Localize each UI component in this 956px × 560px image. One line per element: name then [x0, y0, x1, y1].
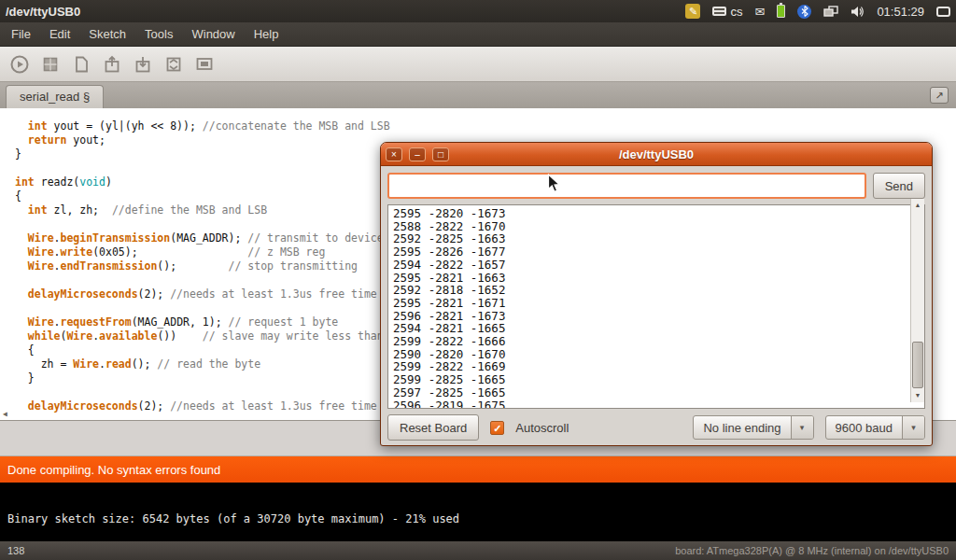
- menubar: FileEditSketchToolsWindowHelp: [0, 22, 956, 47]
- serial-output: 2595 -2820 -16732588 -2822 -16702592 -28…: [387, 204, 925, 409]
- serial-monitor-titlebar[interactable]: /dev/ttyUSB0 × – □: [381, 143, 932, 166]
- save-sketch-icon: [133, 54, 153, 75]
- serial-line: 2595 -2826 -1677: [393, 245, 906, 259]
- network-icon: [823, 6, 838, 18]
- minimize-icon: –: [415, 149, 420, 160]
- upload-button[interactable]: [162, 52, 186, 77]
- reset-board-button[interactable]: Reset Board: [387, 414, 479, 441]
- tab-menu-button[interactable]: ↗: [930, 87, 949, 104]
- scroll-down-icon[interactable]: ▼: [911, 389, 924, 402]
- serial-monitor-body: Send 2595 -2820 -16732588 -2822 -1670259…: [381, 166, 932, 447]
- network-indicator[interactable]: [823, 6, 838, 18]
- stop-icon: [40, 54, 61, 75]
- open-sketch-icon: [102, 54, 122, 75]
- tab-menu-icon: ↗: [935, 90, 943, 102]
- menu-item-help[interactable]: Help: [245, 23, 288, 45]
- serial-monitor-icon: [194, 54, 215, 75]
- line-ending-select[interactable]: No line ending ▾: [693, 415, 813, 440]
- window-maximize-button[interactable]: □: [432, 147, 449, 161]
- system-tray: ✎ cs ✉ 01:5: [685, 4, 950, 19]
- battery-indicator[interactable]: [777, 5, 785, 18]
- status-bar: 138 board: ATmega328P(A) @ 8 MHz (intern…: [0, 541, 956, 560]
- session-menu-icon: [936, 7, 950, 17]
- serial-send-input[interactable]: [387, 173, 866, 199]
- verify-icon: [9, 54, 30, 75]
- serial-line: 2595 -2820 -1673: [393, 207, 906, 220]
- volume-icon: [851, 6, 865, 18]
- send-button[interactable]: Send: [873, 173, 925, 199]
- serial-line: 2590 -2820 -1670: [393, 348, 906, 361]
- scrollbar-thumb[interactable]: [912, 342, 923, 388]
- open-sketch-button[interactable]: [100, 52, 124, 77]
- serial-line: 2599 -2822 -1666: [393, 335, 906, 348]
- check-icon: ✓: [493, 423, 501, 434]
- serial-line: 2588 -2822 -1670: [393, 220, 906, 233]
- save-sketch-button[interactable]: [131, 52, 155, 77]
- serial-monitor-window: /dev/ttyUSB0 × – □ Send 2595 -2820 -1673…: [380, 142, 933, 446]
- serial-line: 2595 -2821 -1663: [393, 272, 906, 285]
- autoscroll-label: Autoscroll: [515, 421, 569, 435]
- battery-icon: [777, 5, 785, 18]
- serial-line: 2594 -2821 -1665: [393, 322, 906, 335]
- serial-line: 2595 -2821 -1671: [393, 297, 906, 310]
- envelope-icon: ✉: [754, 5, 765, 19]
- serial-line: 2592 -2818 -1652: [393, 284, 906, 297]
- toolbar: [0, 47, 956, 82]
- menu-item-sketch[interactable]: Sketch: [79, 23, 135, 45]
- serial-line: 2594 -2822 -1657: [393, 259, 906, 272]
- menu-item-edit[interactable]: Edit: [40, 23, 79, 45]
- serial-monitor-title: /dev/ttyUSB0: [381, 147, 932, 161]
- messages-indicator[interactable]: ✉: [754, 5, 765, 19]
- upload-icon: [163, 54, 184, 75]
- window-minimize-button[interactable]: –: [409, 147, 426, 161]
- tab-bar: serial_read § ↗: [0, 82, 956, 108]
- session-menu[interactable]: [936, 7, 950, 17]
- pencil-icon: ✎: [685, 4, 700, 19]
- serial-line: 2596 -2819 -1675: [393, 399, 906, 409]
- code-line: int yout = (yl|(yh << 8)); //concatenate…: [15, 119, 956, 133]
- line-ending-value: No line ending: [694, 416, 790, 439]
- compile-status-bar: Done compiling. No syntax errors found: [0, 456, 956, 483]
- volume-indicator[interactable]: [851, 6, 865, 18]
- maximize-icon: □: [438, 149, 443, 160]
- line-number-indicator: 138: [7, 545, 24, 556]
- baud-rate-select[interactable]: 9600 baud ▾: [825, 415, 925, 440]
- keyboard-layout-label: cs: [730, 5, 742, 19]
- new-sketch-icon: [71, 54, 91, 75]
- chevron-down-icon[interactable]: ▾: [902, 416, 924, 439]
- keyboard-icon: [712, 7, 726, 16]
- clock-indicator[interactable]: 01:51:29: [877, 5, 924, 19]
- menu-item-tools[interactable]: Tools: [135, 23, 182, 45]
- new-sketch-button[interactable]: [69, 52, 93, 77]
- keyboard-layout-indicator[interactable]: cs: [712, 5, 742, 19]
- build-console: Binary sketch size: 6542 bytes (of a 307…: [0, 483, 956, 541]
- serial-monitor-button[interactable]: [192, 52, 217, 77]
- board-info: board: ATmega328P(A) @ 8 MHz (internal) …: [675, 545, 949, 556]
- serial-line: 2596 -2821 -1673: [393, 310, 906, 323]
- window-close-button[interactable]: ×: [386, 147, 402, 161]
- tab-serial-read[interactable]: serial_read §: [6, 85, 104, 108]
- serial-line: 2592 -2825 -1663: [393, 232, 906, 245]
- active-window-title: /dev/ttyUSB0: [6, 5, 80, 19]
- serial-line: 2597 -2825 -1665: [393, 386, 906, 399]
- compile-status-message: Done compiling. No syntax errors found: [7, 463, 220, 477]
- serial-output-scrollbar[interactable]: ▲ ▼: [910, 199, 924, 402]
- console-output: Binary sketch size: 6542 bytes (of a 307…: [7, 512, 459, 525]
- chevron-down-icon[interactable]: ▾: [791, 416, 813, 439]
- scroll-up-icon[interactable]: ▲: [911, 199, 924, 212]
- menu-item-file[interactable]: File: [2, 23, 40, 45]
- top-panel: /dev/ttyUSB0 ✎ cs ✉: [0, 0, 956, 22]
- stop-button[interactable]: [38, 52, 63, 77]
- menu-item-window[interactable]: Window: [182, 23, 244, 45]
- serial-line: 2599 -2822 -1669: [393, 360, 906, 373]
- hscroll-left-icon[interactable]: ◀: [0, 407, 7, 421]
- verify-button[interactable]: [7, 52, 32, 77]
- close-icon: ×: [391, 149, 397, 160]
- baud-rate-value: 9600 baud: [826, 416, 902, 439]
- serial-line: 2599 -2825 -1665: [393, 373, 906, 386]
- notes-indicator[interactable]: ✎: [685, 4, 700, 19]
- clock-label: 01:51:29: [877, 5, 924, 19]
- autoscroll-checkbox[interactable]: ✓: [490, 421, 504, 435]
- bluetooth-indicator[interactable]: [797, 5, 811, 19]
- bluetooth-icon: [797, 5, 811, 19]
